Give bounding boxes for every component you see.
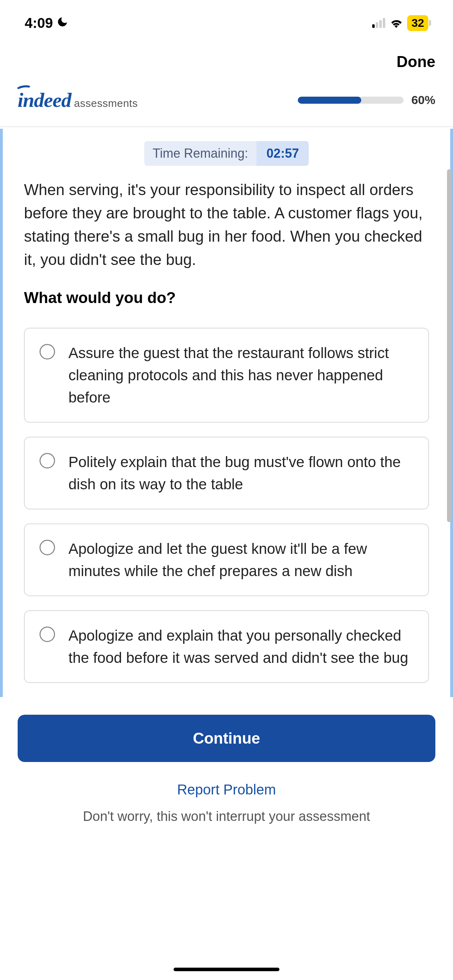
options-list: Assure the guest that the restaurant fol… xyxy=(21,328,432,697)
radio-icon xyxy=(40,627,55,642)
option-text: Apologize and let the guest know it'll b… xyxy=(68,538,413,582)
do-not-disturb-icon xyxy=(56,16,68,30)
bottom-actions: Continue Report Problem Don't worry, thi… xyxy=(0,697,453,838)
status-left: 4:09 xyxy=(25,15,68,31)
progress-percent: 60% xyxy=(412,93,436,107)
option-text: Assure the guest that the restaurant fol… xyxy=(68,342,413,409)
webview-top-bar: Done xyxy=(0,39,453,88)
footer-note: Don't worry, this won't interrupt your a… xyxy=(17,809,436,838)
option-4[interactable]: Apologize and explain that you personall… xyxy=(24,610,429,683)
cellular-signal-icon xyxy=(372,18,385,28)
question-panel: Time Remaining: 02:57 When serving, it's… xyxy=(0,129,453,697)
timer-label: Time Remaining: xyxy=(144,141,257,166)
radio-icon xyxy=(40,453,55,468)
scrollbar[interactable] xyxy=(447,169,451,522)
progress-bar xyxy=(298,97,404,104)
question-prompt: What would you do? xyxy=(21,289,432,328)
home-indicator[interactable] xyxy=(173,968,280,971)
timer-chip: Time Remaining: 02:57 xyxy=(144,141,309,166)
status-right: 32 xyxy=(372,15,428,31)
option-text: Apologize and explain that you personall… xyxy=(68,624,413,669)
timer-value: 02:57 xyxy=(256,141,309,166)
timer-row: Time Remaining: 02:57 xyxy=(21,129,432,178)
brand-subtitle: assessments xyxy=(74,97,138,109)
option-3[interactable]: Apologize and let the guest know it'll b… xyxy=(24,523,429,596)
radio-icon xyxy=(40,344,55,360)
progress: 60% xyxy=(298,93,436,107)
report-problem-link[interactable]: Report Problem xyxy=(17,762,436,809)
option-2[interactable]: Politely explain that the bug must've fl… xyxy=(24,437,429,509)
done-button[interactable]: Done xyxy=(397,53,436,70)
brand: indeed assessments xyxy=(17,88,138,112)
divider xyxy=(0,126,453,127)
option-1[interactable]: Assure the guest that the restaurant fol… xyxy=(24,328,429,423)
radio-icon xyxy=(40,540,55,555)
indeed-logo: indeed xyxy=(17,88,71,112)
question-scenario: When serving, it's your responsibility t… xyxy=(21,178,432,289)
option-text: Politely explain that the bug must've fl… xyxy=(68,451,413,495)
status-bar: 4:09 32 xyxy=(0,0,453,39)
wifi-icon xyxy=(389,18,403,28)
status-time: 4:09 xyxy=(25,15,53,31)
continue-button[interactable]: Continue xyxy=(17,715,436,762)
brand-bar: indeed assessments 60% xyxy=(0,88,453,126)
battery-indicator: 32 xyxy=(407,15,428,31)
